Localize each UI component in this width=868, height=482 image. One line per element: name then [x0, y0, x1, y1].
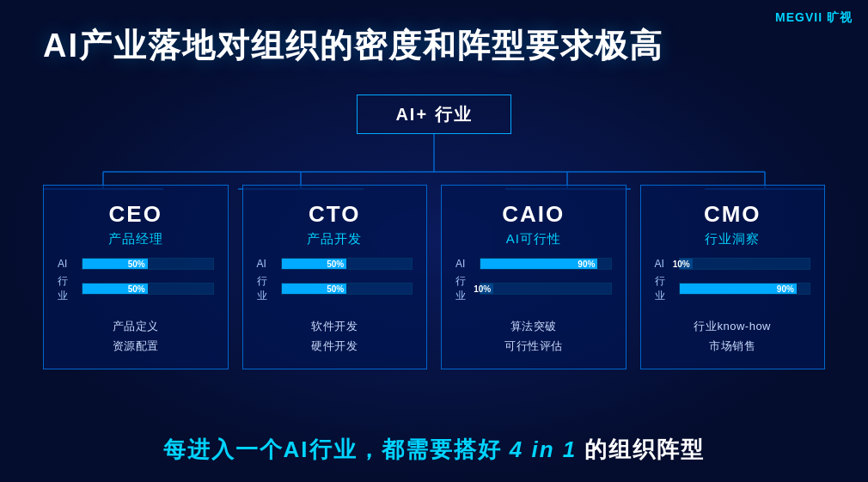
bottom-highlight: 4 in 1	[502, 436, 585, 462]
bar-track: 50%	[281, 283, 413, 295]
logo-text: MEGVII 旷视	[775, 10, 853, 24]
card-cto-subtitle: 产品开发	[307, 231, 362, 247]
bar-percent-text: 50%	[327, 284, 344, 294]
bar-percent-text: 90%	[578, 259, 595, 269]
bar-row-caio-0: AI90%	[455, 258, 612, 270]
bar-percent-text: 50%	[128, 284, 145, 294]
card-cto: CTO产品开发AI50%行业50%软件开发硬件开发	[242, 185, 428, 369]
bar-track: 10%	[480, 283, 612, 295]
bar-percent-text: 50%	[128, 259, 145, 269]
bar-row-ceo-0: AI50%	[58, 258, 214, 270]
card-ceo-subtitle: 产品经理	[108, 231, 163, 247]
bar-track: 50%	[281, 258, 413, 270]
card-ceo-title: CEO	[109, 201, 162, 228]
bottom-prefix: 每进入一个AI行业，都需要搭好	[163, 436, 502, 462]
bar-label: AI	[58, 258, 76, 270]
bar-fill: 50%	[282, 259, 347, 269]
bar-fill: 10%	[680, 259, 693, 269]
card-cto-title: CTO	[309, 201, 360, 228]
main-title: AI产业落地对组织的密度和阵型要求极高	[43, 24, 663, 68]
bar-percent-text: 10%	[474, 284, 491, 294]
bar-track: 90%	[480, 258, 612, 270]
card-cmo-title: CMO	[704, 201, 761, 228]
bar-row-cto-1: 行业50%	[257, 274, 413, 303]
bar-label: AI	[257, 258, 276, 270]
bar-label: 行业	[655, 274, 674, 303]
bar-track: 50%	[82, 258, 214, 270]
card-ceo: CEO产品经理AI50%行业50%产品定义资源配置	[43, 185, 229, 369]
card-caio-title: CAIO	[502, 201, 565, 228]
bar-row-caio-1: 行业10%	[455, 274, 612, 303]
bar-label: 行业	[455, 274, 474, 303]
card-caio-desc: 算法突破可行性评估	[504, 316, 563, 357]
card-caio: CAIOAI可行性AI90%行业10%算法突破可行性评估	[441, 185, 627, 369]
bar-label: AI	[655, 258, 674, 270]
bar-track: 90%	[679, 283, 811, 295]
bottom-suffix: 的组织阵型	[584, 436, 705, 462]
card-cmo-subtitle: 行业洞察	[705, 231, 760, 247]
bar-fill: 10%	[480, 284, 493, 294]
bar-track: 50%	[82, 283, 214, 295]
bar-row-cto-0: AI50%	[257, 258, 413, 270]
bar-fill: 50%	[83, 284, 148, 294]
top-node-label: AI+ 行业	[395, 103, 472, 126]
card-cmo-desc: 行业know-how市场销售	[694, 316, 771, 357]
bar-fill: 90%	[680, 284, 797, 294]
top-node: AI+ 行业	[357, 95, 511, 134]
card-ceo-desc: 产品定义资源配置	[113, 316, 159, 357]
bar-label: 行业	[257, 274, 276, 303]
card-caio-subtitle: AI可行性	[506, 231, 561, 247]
bar-fill: 90%	[480, 259, 597, 269]
bottom-text: 每进入一个AI行业，都需要搭好 4 in 1 的组织阵型	[0, 435, 868, 465]
bar-percent-text: 90%	[777, 284, 794, 294]
bar-label: 行业	[58, 274, 76, 303]
bar-fill: 50%	[83, 259, 148, 269]
bar-label: AI	[455, 258, 474, 270]
bar-track: 10%	[679, 258, 811, 270]
bar-percent-text: 50%	[327, 259, 344, 269]
card-cto-desc: 软件开发硬件开发	[311, 316, 358, 357]
bar-fill: 50%	[282, 284, 347, 294]
logo: MEGVII 旷视	[775, 10, 853, 26]
cards-container: CEO产品经理AI50%行业50%产品定义资源配置CTO产品开发AI50%行业5…	[43, 185, 825, 369]
bar-percent-text: 10%	[673, 259, 690, 269]
card-cmo: CMO行业洞察AI10%行业90%行业know-how市场销售	[640, 185, 826, 369]
bar-row-cmo-1: 行业90%	[655, 274, 811, 303]
bar-row-cmo-0: AI10%	[655, 258, 811, 270]
bar-row-ceo-1: 行业50%	[58, 274, 214, 303]
